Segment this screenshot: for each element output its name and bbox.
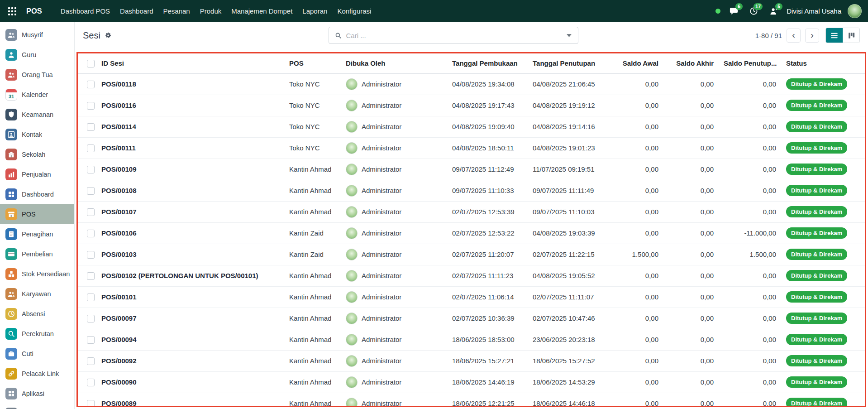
session-row[interactable]: POS/00108Kantin AhmadAdministrator09/07/… (78, 180, 865, 201)
column-header-saldo_penutup[interactable]: Saldo Penutup... (720, 53, 782, 73)
sidebar-item-aplikasi[interactable]: Aplikasi (0, 384, 74, 404)
sidebar-item-label: Aplikasi (22, 390, 44, 397)
sidebar-item-cuti[interactable]: Cuti (0, 344, 74, 364)
kalender-calendar-icon: 31 (5, 89, 17, 101)
session-row[interactable]: POS/00090Kantin AhmadAdministrator18/06/… (78, 371, 865, 393)
session-row[interactable]: POS/00094Kantin AhmadAdministrator18/06/… (78, 329, 865, 350)
user-avatar (346, 313, 358, 324)
apps-menu-icon[interactable] (6, 5, 18, 17)
row-checkbox[interactable] (87, 379, 95, 386)
pos-name: Kantin Ahmad (286, 159, 342, 180)
sidebar-item-guru[interactable]: Guru (0, 45, 74, 65)
nav-menu-pesanan[interactable]: Pesanan (159, 5, 194, 18)
session-row[interactable]: POS/00089Kantin AhmadAdministrator18/06/… (78, 393, 865, 407)
row-checkbox[interactable] (87, 102, 95, 110)
nav-menu-dashboard-pos[interactable]: Dashboard POS (57, 5, 114, 18)
saldo-akhir: 0,00 (665, 244, 720, 265)
nav-menu-dashboard[interactable]: Dashboard (116, 5, 157, 18)
sidebar-item-pengaturan[interactable]: Pengaturan (0, 404, 74, 409)
session-row[interactable]: POS/00109Kantin AhmadAdministrator09/07/… (78, 159, 865, 180)
session-row[interactable]: POS/00107Kantin AhmadAdministrator02/07/… (78, 201, 865, 222)
row-checkbox[interactable] (87, 123, 95, 131)
session-row[interactable]: POS/00118Toko NYCAdministrator04/08/2025… (78, 73, 865, 95)
column-header-saldo_awal[interactable]: Saldo Awal (601, 53, 665, 73)
pager-next-button[interactable]: › (805, 29, 819, 43)
list-view-button[interactable] (826, 28, 843, 43)
user-avatar-topbar[interactable] (848, 4, 862, 18)
sidebar-item-sekolah[interactable]: Sekolah (0, 144, 74, 164)
sidebar-item-musyrif[interactable]: Musyrif (0, 25, 74, 45)
session-row[interactable]: POS/00103Kantin ZaidAdministrator02/07/2… (78, 244, 865, 265)
sidebar-item-kontak[interactable]: Kontak (0, 125, 74, 144)
saldo-akhir: 0,00 (665, 159, 720, 180)
row-checkbox[interactable] (87, 81, 95, 88)
sidebar-item-karyawan[interactable]: Karyawan (0, 284, 74, 304)
search-dropdown-caret-icon[interactable] (566, 31, 572, 40)
row-checkbox[interactable] (87, 251, 95, 259)
contact-requests-icon[interactable]: 5 (767, 5, 780, 18)
sidebar-item-pos[interactable]: POS (0, 204, 74, 224)
session-id: POS/00101 (98, 286, 286, 308)
sidebar-item-dashboard[interactable]: Dashboard (0, 184, 74, 204)
user-avatar (346, 164, 358, 175)
pager-prev-button[interactable]: ‹ (787, 29, 801, 43)
column-header-saldo_akhir[interactable]: Saldo Akhir (665, 53, 720, 73)
session-row[interactable]: POS/00111Toko NYCAdministrator04/08/2025… (78, 137, 865, 159)
action-gear-icon[interactable] (105, 32, 112, 39)
column-header-close_date[interactable]: Tanggal Penutupan (529, 53, 601, 73)
sidebar-item-pembelian[interactable]: Pembelian (0, 244, 74, 264)
sidebar-item-penagihan[interactable]: Penagihan (0, 224, 74, 244)
nav-menu-laporan[interactable]: Laporan (298, 5, 331, 18)
sidebar-item-pelacak-link[interactable]: Pelacak Link (0, 364, 74, 384)
nav-menu-konfigurasi[interactable]: Konfigurasi (333, 5, 375, 18)
sidebar-item-absensi[interactable]: Absensi (0, 304, 74, 324)
pos-name: Toko NYC (286, 73, 342, 95)
sidebar-item-kalender[interactable]: 31Kalender (0, 85, 74, 105)
column-header-status[interactable]: Status (782, 53, 865, 73)
session-row[interactable]: POS/00114Toko NYCAdministrator04/08/2025… (78, 116, 865, 137)
close-date: 04/08/2025 19:05:52 (529, 265, 601, 286)
column-header-id[interactable]: ID Sesi (98, 53, 286, 73)
session-id: POS/00089 (98, 393, 286, 407)
nav-menu-produk[interactable]: Produk (196, 5, 226, 18)
row-checkbox[interactable] (87, 294, 95, 301)
column-header-opened_by[interactable]: Dibuka Oleh (342, 53, 448, 73)
messages-icon[interactable]: 6 (727, 5, 740, 18)
row-checkbox[interactable] (87, 166, 95, 173)
session-row[interactable]: POS/00116Toko NYCAdministrator04/08/2025… (78, 95, 865, 116)
kanban-view-button[interactable] (843, 28, 859, 43)
sidebar-item-perekrutan[interactable]: Perekrutan (0, 324, 74, 344)
activities-icon[interactable]: 17 (747, 5, 760, 18)
row-checkbox[interactable] (87, 400, 95, 407)
sidebar-item-keamanan[interactable]: Keamanan (0, 105, 74, 125)
session-row[interactable]: POS/00092Kantin AhmadAdministrator18/06/… (78, 350, 865, 371)
nav-menu-manajemen-dompet[interactable]: Manajemen Dompet (227, 5, 296, 18)
session-row[interactable]: POS/00106Kantin ZaidAdministrator02/07/2… (78, 222, 865, 244)
row-checkbox[interactable] (87, 272, 95, 280)
row-checkbox[interactable] (87, 208, 95, 216)
sidebar-item-penjualan[interactable]: Penjualan (0, 164, 74, 184)
row-checkbox[interactable] (87, 336, 95, 344)
sidebar-item-label: Guru (22, 51, 36, 58)
row-checkbox[interactable] (87, 230, 95, 237)
company-name[interactable]: Divisi Amal Usaha (787, 7, 841, 15)
column-header-pos[interactable]: POS (286, 53, 342, 73)
select-all-checkbox[interactable] (87, 60, 95, 67)
sidebar-item-orang-tua[interactable]: Orang Tua (0, 65, 74, 85)
session-row[interactable]: POS/00102 (PERTOLONGAN UNTUK POS/00101)K… (78, 265, 865, 286)
row-checkbox[interactable] (87, 315, 95, 322)
saldo-awal: 0,00 (601, 371, 665, 393)
session-row[interactable]: POS/00097Kantin AhmadAdministrator02/07/… (78, 308, 865, 329)
row-checkbox[interactable] (87, 144, 95, 152)
row-checkbox[interactable] (87, 357, 95, 365)
row-checkbox[interactable] (87, 187, 95, 195)
column-header-open_date[interactable]: Tanggal Pembukaan (448, 53, 529, 73)
search-input[interactable] (346, 32, 562, 39)
session-row[interactable]: POS/00101Kantin AhmadAdministrator02/07/… (78, 286, 865, 308)
aplikasi-apps-icon (5, 388, 17, 399)
pos-name: Kantin Ahmad (286, 308, 342, 329)
sidebar-item-stok-persediaan[interactable]: Stok Persediaan (0, 264, 74, 284)
pos-name: Kantin Ahmad (286, 265, 342, 286)
saldo-penutup: 0,00 (720, 180, 782, 201)
app-name[interactable]: POS (26, 7, 42, 15)
